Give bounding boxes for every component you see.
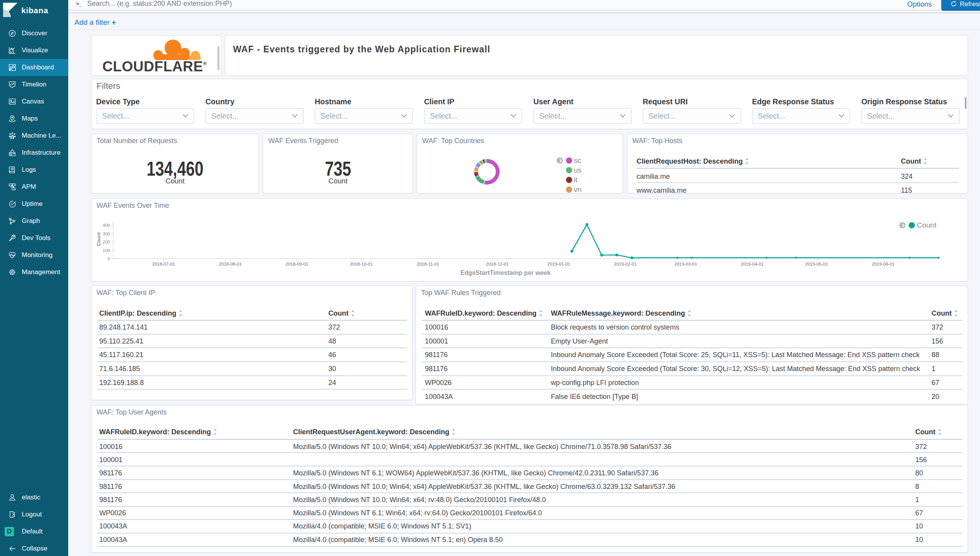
svg-text:EdgeStartTimestamp per week: EdgeStartTimestamp per week [461, 269, 551, 276]
svg-text:200: 200 [103, 240, 110, 244]
svg-text:2018-09-01: 2018-09-01 [286, 262, 309, 266]
svg-text:0: 0 [108, 256, 110, 261]
svg-text:2018-11-01: 2018-11-01 [417, 262, 439, 266]
svg-text:2019-05-01: 2019-05-01 [805, 262, 828, 266]
svg-text:2019-03-01: 2019-03-01 [675, 262, 697, 266]
svg-text:2019-06-01: 2019-06-01 [872, 262, 895, 266]
svg-text:2019-02-01: 2019-02-01 [614, 262, 637, 266]
svg-text:2019-04-01: 2019-04-01 [741, 262, 764, 266]
svg-text:300: 300 [103, 231, 110, 236]
svg-text:2018-07-01: 2018-07-01 [152, 262, 175, 266]
svg-text:2018-10-01: 2018-10-01 [350, 262, 373, 266]
svg-text:100: 100 [103, 248, 110, 253]
svg-text:2018-12-01: 2018-12-01 [486, 262, 509, 266]
svg-text:2019-01-01: 2019-01-01 [547, 262, 570, 266]
svg-text:2018-08-01: 2018-08-01 [219, 262, 242, 266]
svg-text:400: 400 [103, 223, 110, 228]
svg-text:Count: Count [96, 232, 102, 246]
